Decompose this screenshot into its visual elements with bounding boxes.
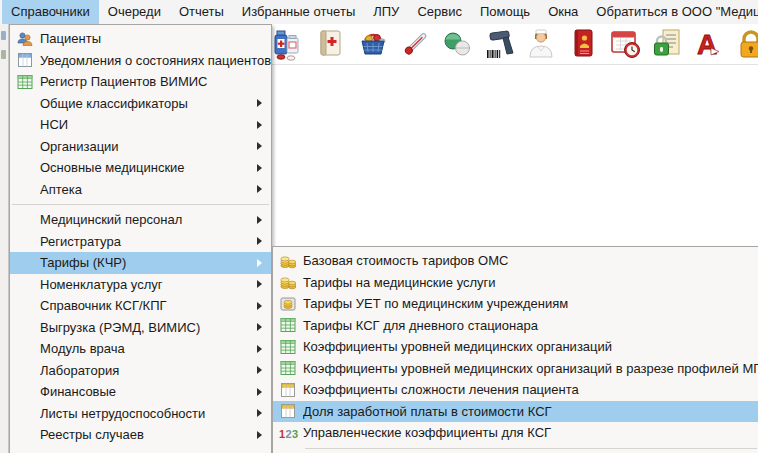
- menu-item-label: Тарифы КСГ для дневного стационара: [303, 318, 758, 333]
- submenu-arrow-icon: [257, 164, 262, 172]
- left-toolbar-sliver: [0, 24, 9, 453]
- submenu-item-treatment-complexity-coefficients[interactable]: Коэффициенты сложности лечения пациента: [273, 379, 758, 401]
- menu-item-ksg-kpg-directory[interactable]: Справочник КСГ/КПГ: [10, 295, 271, 317]
- menu-item-organizations[interactable]: Организации: [10, 136, 271, 158]
- menubar-item-reports[interactable]: Отчеты: [170, 0, 233, 24]
- orange-padlock-icon[interactable]: [734, 26, 758, 62]
- blue-table-icon: [10, 52, 40, 68]
- submenu-item-uet-tariffs[interactable]: Тарифы УЕТ по медицинским учреждениям: [273, 293, 758, 315]
- pills-icon[interactable]: [440, 26, 474, 62]
- menu-separator: [305, 448, 757, 449]
- menu-item-label: Коэффициенты уровней медицинских организ…: [303, 361, 758, 376]
- first-aid-book-icon[interactable]: [314, 26, 348, 62]
- menubar-item-directories[interactable]: Справочники: [2, 0, 99, 24]
- submenu-arrow-icon: [257, 388, 262, 396]
- menu-item-pharmacy[interactable]: Аптека: [10, 179, 271, 201]
- submenu-arrow-icon: [257, 280, 262, 288]
- directories-dropdown-menu: Пациенты Уведомления о состояниях пациен…: [9, 24, 272, 453]
- submenu-item-management-coefficients-ksg[interactable]: 1 2 3 Управленческие коэффициенты для КС…: [273, 422, 758, 444]
- patients-icon: [10, 31, 40, 47]
- menu-item-label: Выгрузка (РЭМД, ВИМИС): [40, 320, 251, 335]
- schedule-clock-icon[interactable]: [608, 26, 642, 62]
- menu-item-basic-medical[interactable]: Основные медицинские: [10, 157, 271, 179]
- menu-item-label: Пациенты: [40, 31, 271, 46]
- menu-item-label: Общие классификаторы: [40, 96, 251, 111]
- secure-list-icon[interactable]: [650, 26, 684, 62]
- tariffs-kchr-submenu: Базовая стоимость тарифов ОМС Тарифы на …: [272, 246, 758, 453]
- submenu-arrow-icon: [257, 216, 262, 224]
- green-table-icon: [273, 339, 303, 355]
- menu-item-common-classifiers[interactable]: Общие классификаторы: [10, 93, 271, 115]
- menu-item-label: Доля заработной платы в стоимости КСГ: [303, 404, 758, 419]
- menu-item-label: Коэффициенты уровней медицинских организ…: [303, 339, 758, 354]
- svg-text:1: 1: [279, 427, 285, 439]
- submenu-arrow-icon: [257, 142, 262, 150]
- menubar-item-queues[interactable]: Очереди: [99, 0, 170, 24]
- menubar-item-service[interactable]: Сервис: [408, 0, 471, 24]
- menu-item-label: Медицинский персонал: [40, 212, 251, 227]
- submenu-item-org-level-coefficients[interactable]: Коэффициенты уровней медицинских организ…: [273, 336, 758, 358]
- pharmacy-basket-icon[interactable]: [356, 26, 390, 62]
- submenu-arrow-icon: [257, 366, 262, 374]
- submenu-item-ksg-day-hospital[interactable]: Тарифы КСГ для дневного стационара: [273, 315, 758, 337]
- menu-item-label: Регистр Пациентов ВИМИС: [40, 74, 271, 89]
- menu-item-label: Организации: [40, 139, 251, 154]
- menubar-item-contact-vendor[interactable]: Обратиться в ООО "Медицина-ИТ": [587, 0, 758, 24]
- menu-item-label: Тарифы (КЧР): [40, 255, 251, 270]
- menubar-item-help[interactable]: Помощь: [471, 0, 539, 24]
- submenu-item-salary-share-ksg[interactable]: Доля заработной платы в стоимости КСГ: [273, 401, 758, 423]
- menu-item-patient-state-notifications[interactable]: Уведомления о состояниях пациентов: [10, 50, 271, 72]
- menu-item-service-nomenclature[interactable]: Номенклатура услуг: [10, 274, 271, 296]
- menu-item-label: НСИ: [40, 117, 251, 132]
- menu-item-disability-sheets[interactable]: Листы нетрудоспособности: [10, 403, 271, 425]
- svg-text:2: 2: [286, 427, 292, 439]
- menu-item-laboratory[interactable]: Лаборатория: [10, 360, 271, 382]
- submenu-arrow-icon: [257, 431, 262, 439]
- menubar-item-windows[interactable]: Окна: [539, 0, 587, 24]
- numbers-123-icon: 1 2 3: [273, 425, 303, 441]
- menubar-item-lpu[interactable]: ЛПУ: [364, 0, 408, 24]
- menu-item-label: Тарифы УЕТ по медицинским учреждениям: [303, 296, 758, 311]
- thermometer-icon[interactable]: [398, 26, 432, 62]
- menu-item-label: Листы нетрудоспособности: [40, 406, 251, 421]
- submenu-item-medical-service-tariffs[interactable]: Тарифы на медицинские услуги: [273, 272, 758, 294]
- submenu-item-base-cost-oms[interactable]: Базовая стоимость тарифов ОМС: [273, 250, 758, 272]
- menu-item-registry-desk[interactable]: Регистратура: [10, 231, 271, 253]
- partial-toolbar-icon: [1, 50, 6, 59]
- menu-item-tariffs-kchr[interactable]: Тарифы (КЧР): [10, 252, 271, 274]
- menu-item-doctor-module[interactable]: Модуль врача: [10, 338, 271, 360]
- menu-item-nsi[interactable]: НСИ: [10, 114, 271, 136]
- menu-item-label: Справочник КСГ/КПГ: [40, 298, 251, 313]
- medicine-bottles-icon[interactable]: [272, 26, 306, 62]
- nurse-icon[interactable]: [524, 26, 558, 62]
- barcode-scanner-icon[interactable]: [482, 26, 516, 62]
- submenu-arrow-icon: [257, 121, 262, 129]
- menubar-item-favorite-reports[interactable]: Избранные отчеты: [233, 0, 364, 24]
- red-book-icon[interactable]: [566, 26, 600, 62]
- menu-item-label: Модуль врача: [40, 341, 251, 356]
- green-table-icon: [273, 317, 303, 333]
- menu-item-label: Регистратура: [40, 234, 251, 249]
- menu-item-label: Финансовые: [40, 384, 251, 399]
- partial-toolbar-icon: [1, 31, 6, 40]
- svg-text:3: 3: [292, 427, 298, 439]
- menu-item-label: Уведомления о состояниях пациентов: [40, 53, 271, 68]
- menu-item-medical-staff[interactable]: Медицинский персонал: [10, 209, 271, 231]
- menu-item-label: Тарифы на медицинские услуги: [303, 275, 758, 290]
- yellow-table-icon: [273, 382, 303, 398]
- red-letter-a-icon[interactable]: A: [692, 26, 726, 62]
- menu-item-case-registers[interactable]: Реестры случаев: [10, 424, 271, 446]
- green-table-icon: [10, 74, 40, 90]
- submenu-item-org-level-coefficients-mp-profiles[interactable]: Коэффициенты уровней медицинских организ…: [273, 358, 758, 380]
- coins-box-icon: [273, 296, 303, 312]
- coins-icon: [273, 253, 303, 269]
- submenu-arrow-icon: [257, 237, 262, 245]
- menu-item-label: Реестры случаев: [40, 427, 251, 442]
- menu-item-financial[interactable]: Финансовые: [10, 381, 271, 403]
- menu-item-patients[interactable]: Пациенты: [10, 28, 271, 50]
- menu-item-vimis-patient-registry[interactable]: Регистр Пациентов ВИМИС: [10, 71, 271, 93]
- submenu-arrow-icon: [257, 302, 262, 310]
- menu-item-label: Основные медицинские: [40, 160, 251, 175]
- menu-item-upload-remd-vimis[interactable]: Выгрузка (РЭМД, ВИМИС): [10, 317, 271, 339]
- menu-separator: [12, 204, 269, 205]
